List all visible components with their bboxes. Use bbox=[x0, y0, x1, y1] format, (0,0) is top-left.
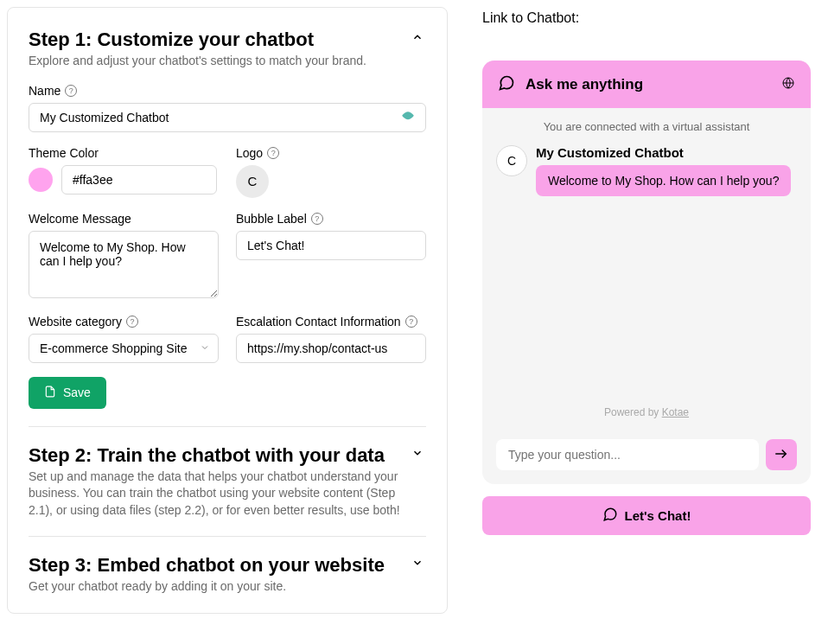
category-select[interactable]: E-commerce Shopping Site bbox=[29, 334, 219, 363]
name-input[interactable] bbox=[29, 103, 426, 132]
chat-header: Ask me anything bbox=[482, 61, 811, 108]
step2-desc: Set up and manage the data that helps yo… bbox=[29, 469, 409, 520]
chevron-down-icon[interactable] bbox=[409, 554, 426, 571]
step1-title: Step 1: Customize your chatbot bbox=[29, 29, 366, 51]
step1-desc: Explore and adjust your chatbot's settin… bbox=[29, 53, 366, 70]
escalation-label: Escalation Contact Information ? bbox=[236, 315, 426, 328]
powered-by: Powered by Kotae bbox=[496, 406, 797, 418]
step3-title: Step 3: Embed chatbot on your website bbox=[29, 554, 385, 577]
color-swatch[interactable] bbox=[29, 168, 53, 192]
help-icon[interactable]: ? bbox=[126, 316, 138, 328]
chat-icon bbox=[602, 507, 618, 525]
logo-label: Logo ? bbox=[236, 146, 426, 160]
help-icon[interactable]: ? bbox=[65, 85, 77, 97]
name-label: Name ? bbox=[29, 84, 426, 98]
link-to-chatbot-label: Link to Chatbot: bbox=[482, 10, 821, 26]
chat-icon bbox=[498, 74, 515, 94]
chat-input[interactable] bbox=[496, 439, 759, 470]
chevron-down-icon[interactable] bbox=[409, 444, 426, 462]
extension-icon bbox=[400, 110, 416, 125]
powered-link[interactable]: Kotae bbox=[662, 406, 689, 418]
step2-section: Step 2: Train the chatbot with your data… bbox=[29, 444, 426, 538]
chat-welcome-bubble: Welcome to My Shop. How can I help you? bbox=[536, 165, 791, 196]
bubble-label-input[interactable] bbox=[236, 231, 426, 260]
help-icon[interactable]: ? bbox=[267, 147, 279, 159]
step2-title: Step 2: Train the chatbot with your data bbox=[29, 444, 409, 467]
chat-message-row: C My Customized Chatbot Welcome to My Sh… bbox=[496, 145, 797, 196]
welcome-message-input[interactable] bbox=[29, 231, 219, 298]
chevron-up-icon[interactable] bbox=[409, 29, 426, 46]
settings-panel: Step 1: Customize your chatbot Explore a… bbox=[7, 7, 448, 614]
bubble-label-label: Bubble Label ? bbox=[236, 212, 426, 226]
welcome-label: Welcome Message bbox=[29, 212, 219, 226]
send-icon bbox=[774, 446, 789, 464]
lets-chat-button[interactable]: Let's Chat! bbox=[482, 496, 811, 535]
chat-widget: Ask me anything You are connected with a… bbox=[482, 61, 811, 484]
escalation-input[interactable] bbox=[236, 334, 426, 363]
globe-icon[interactable] bbox=[781, 76, 795, 92]
bot-avatar: C bbox=[496, 145, 527, 176]
theme-color-label: Theme Color bbox=[29, 146, 219, 160]
help-icon[interactable]: ? bbox=[405, 316, 417, 328]
connected-text: You are connected with a virtual assista… bbox=[496, 120, 797, 133]
bot-name: My Customized Chatbot bbox=[536, 145, 797, 160]
logo-upload[interactable]: C bbox=[236, 165, 269, 198]
file-icon bbox=[44, 386, 56, 400]
chat-header-title: Ask me anything bbox=[525, 76, 771, 93]
category-label: Website category ? bbox=[29, 315, 219, 328]
theme-color-input[interactable] bbox=[61, 165, 217, 194]
send-button[interactable] bbox=[766, 439, 797, 470]
help-icon[interactable]: ? bbox=[311, 213, 323, 225]
save-button[interactable]: Save bbox=[29, 377, 106, 409]
step3-section: Step 3: Embed chatbot on your website Ge… bbox=[29, 554, 426, 613]
step3-desc: Get your chatbot ready by adding it on y… bbox=[29, 578, 385, 596]
step1-section: Step 1: Customize your chatbot Explore a… bbox=[29, 29, 426, 427]
